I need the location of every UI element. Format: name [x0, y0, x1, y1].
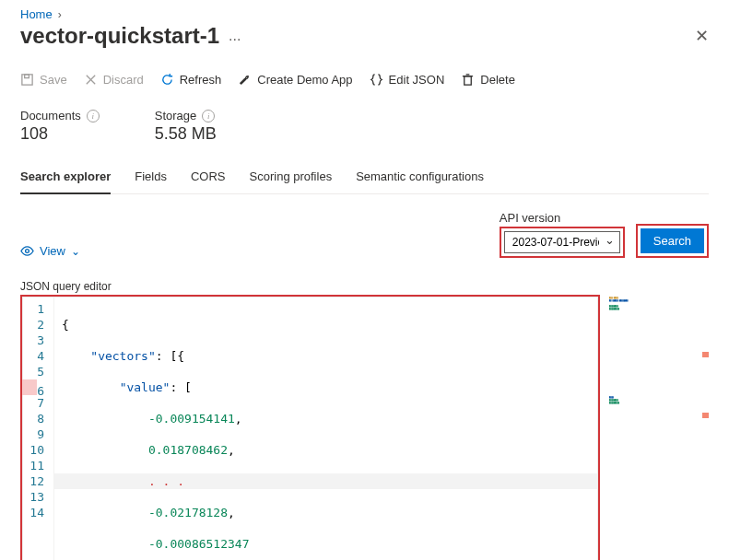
- minimap[interactable]: ███ ████ ██ █████ ████████ ████████ ████…: [607, 295, 709, 516]
- refresh-button[interactable]: Refresh: [160, 73, 222, 87]
- save-label: Save: [40, 73, 67, 87]
- view-label: View: [40, 244, 65, 258]
- close-icon[interactable]: ✕: [695, 26, 709, 46]
- more-icon[interactable]: ···: [229, 31, 241, 48]
- api-version-highlight: [500, 227, 625, 258]
- search-button[interactable]: Search: [641, 228, 704, 253]
- tab-semantic[interactable]: Semantic configurations: [356, 164, 484, 193]
- tabs: Search explorer Fields CORS Scoring prof…: [20, 164, 709, 194]
- json-editor[interactable]: 12345 6 7891011121314 { "vectors": [{ "v…: [22, 297, 598, 560]
- tab-cors[interactable]: CORS: [191, 164, 226, 193]
- save-icon: [20, 73, 34, 87]
- edit-json-label: Edit JSON: [389, 73, 445, 87]
- eye-icon: [20, 244, 34, 258]
- stat-documents: Documents i 108: [20, 109, 100, 144]
- storage-label: Storage: [155, 109, 197, 122]
- toolbar: Save Discard Refresh Create Demo App Edi…: [20, 73, 709, 87]
- create-demo-label: Create Demo App: [257, 73, 352, 87]
- documents-value: 108: [20, 124, 100, 144]
- save-button[interactable]: Save: [20, 73, 67, 87]
- documents-label: Documents: [20, 109, 81, 122]
- braces-icon: [370, 73, 383, 87]
- trash-icon: [461, 73, 475, 87]
- api-version-select[interactable]: [504, 231, 620, 253]
- chevron-right-icon: ›: [58, 8, 62, 21]
- stats-row: Documents i 108 Storage i 5.58 MB: [20, 109, 709, 144]
- discard-button[interactable]: Discard: [84, 73, 144, 87]
- tab-search-explorer[interactable]: Search explorer: [20, 164, 111, 194]
- info-icon[interactable]: i: [87, 110, 100, 122]
- create-demo-button[interactable]: Create Demo App: [238, 73, 352, 87]
- line-gutter: 12345 6 7891011121314: [23, 298, 54, 560]
- svg-rect-4: [464, 76, 472, 85]
- refresh-label: Refresh: [180, 73, 222, 87]
- editor-label: JSON query editor: [20, 280, 709, 293]
- svg-rect-1: [25, 75, 29, 78]
- discard-icon: [84, 73, 98, 87]
- api-version-label: API version: [500, 211, 625, 225]
- editor-highlight: 12345 6 7891011121314 { "vectors": [{ "v…: [20, 295, 600, 560]
- storage-value: 5.58 MB: [155, 124, 217, 144]
- search-highlight: Search: [636, 224, 709, 258]
- tab-scoring[interactable]: Scoring profiles: [250, 164, 333, 193]
- page-title: vector-quickstart-1: [20, 23, 219, 49]
- chevron-down-icon: ⌄: [71, 245, 80, 258]
- delete-label: Delete: [480, 73, 515, 87]
- view-dropdown[interactable]: View ⌄: [20, 244, 80, 258]
- wrench-icon: [238, 73, 252, 87]
- discard-label: Discard: [103, 73, 144, 87]
- code-area[interactable]: { "vectors": [{ "value": [ -0.009154141,…: [54, 298, 597, 560]
- svg-rect-0: [22, 75, 32, 85]
- breadcrumb: Home ›: [20, 7, 709, 21]
- stat-storage: Storage i 5.58 MB: [155, 109, 217, 144]
- tab-fields[interactable]: Fields: [135, 164, 167, 193]
- svg-point-7: [26, 250, 29, 253]
- refresh-icon: [160, 73, 174, 87]
- edit-json-button[interactable]: Edit JSON: [370, 73, 445, 87]
- info-icon[interactable]: i: [202, 110, 215, 122]
- breadcrumb-home[interactable]: Home: [20, 7, 53, 21]
- delete-button[interactable]: Delete: [461, 73, 515, 87]
